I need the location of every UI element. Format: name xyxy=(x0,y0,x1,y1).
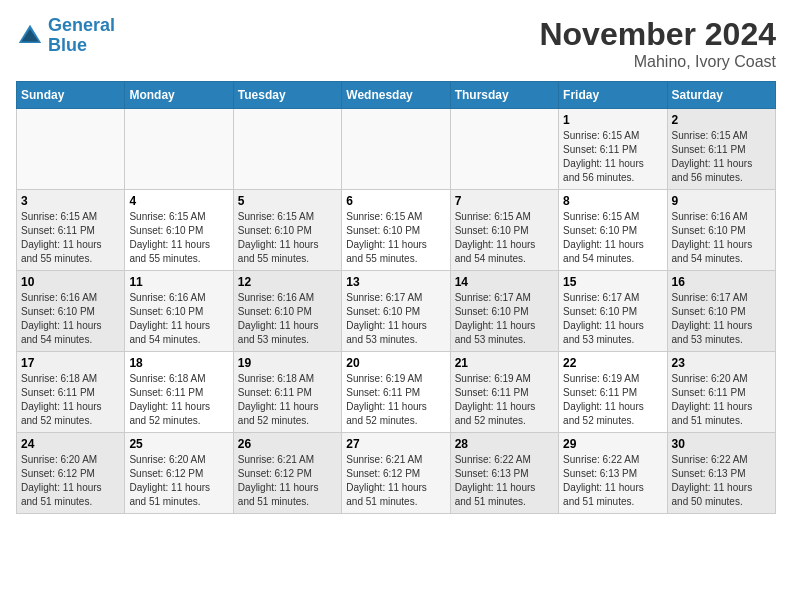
calendar-cell: 22Sunrise: 6:19 AM Sunset: 6:11 PM Dayli… xyxy=(559,352,667,433)
calendar-cell: 30Sunrise: 6:22 AM Sunset: 6:13 PM Dayli… xyxy=(667,433,775,514)
day-number: 17 xyxy=(21,356,120,370)
calendar-header: SundayMondayTuesdayWednesdayThursdayFrid… xyxy=(17,82,776,109)
calendar-cell: 18Sunrise: 6:18 AM Sunset: 6:11 PM Dayli… xyxy=(125,352,233,433)
day-info: Sunrise: 6:19 AM Sunset: 6:11 PM Dayligh… xyxy=(563,372,662,428)
calendar-cell: 29Sunrise: 6:22 AM Sunset: 6:13 PM Dayli… xyxy=(559,433,667,514)
week-row-0: 1Sunrise: 6:15 AM Sunset: 6:11 PM Daylig… xyxy=(17,109,776,190)
day-number: 29 xyxy=(563,437,662,451)
title-block: November 2024 Mahino, Ivory Coast xyxy=(539,16,776,71)
calendar-cell: 27Sunrise: 6:21 AM Sunset: 6:12 PM Dayli… xyxy=(342,433,450,514)
header-monday: Monday xyxy=(125,82,233,109)
header-row: SundayMondayTuesdayWednesdayThursdayFrid… xyxy=(17,82,776,109)
day-number: 10 xyxy=(21,275,120,289)
calendar-cell xyxy=(125,109,233,190)
logo: General Blue xyxy=(16,16,115,56)
day-number: 19 xyxy=(238,356,337,370)
day-info: Sunrise: 6:21 AM Sunset: 6:12 PM Dayligh… xyxy=(346,453,445,509)
calendar-cell: 14Sunrise: 6:17 AM Sunset: 6:10 PM Dayli… xyxy=(450,271,558,352)
day-number: 8 xyxy=(563,194,662,208)
day-number: 9 xyxy=(672,194,771,208)
day-info: Sunrise: 6:15 AM Sunset: 6:10 PM Dayligh… xyxy=(346,210,445,266)
day-info: Sunrise: 6:16 AM Sunset: 6:10 PM Dayligh… xyxy=(238,291,337,347)
day-info: Sunrise: 6:15 AM Sunset: 6:11 PM Dayligh… xyxy=(672,129,771,185)
day-number: 15 xyxy=(563,275,662,289)
day-number: 5 xyxy=(238,194,337,208)
day-number: 6 xyxy=(346,194,445,208)
calendar-cell: 17Sunrise: 6:18 AM Sunset: 6:11 PM Dayli… xyxy=(17,352,125,433)
calendar-cell: 16Sunrise: 6:17 AM Sunset: 6:10 PM Dayli… xyxy=(667,271,775,352)
day-number: 7 xyxy=(455,194,554,208)
day-info: Sunrise: 6:19 AM Sunset: 6:11 PM Dayligh… xyxy=(346,372,445,428)
header-tuesday: Tuesday xyxy=(233,82,341,109)
logo-text: General Blue xyxy=(48,16,115,56)
calendar-cell: 9Sunrise: 6:16 AM Sunset: 6:10 PM Daylig… xyxy=(667,190,775,271)
day-info: Sunrise: 6:17 AM Sunset: 6:10 PM Dayligh… xyxy=(455,291,554,347)
calendar-cell: 2Sunrise: 6:15 AM Sunset: 6:11 PM Daylig… xyxy=(667,109,775,190)
day-info: Sunrise: 6:17 AM Sunset: 6:10 PM Dayligh… xyxy=(672,291,771,347)
header-thursday: Thursday xyxy=(450,82,558,109)
day-number: 13 xyxy=(346,275,445,289)
calendar-cell: 21Sunrise: 6:19 AM Sunset: 6:11 PM Dayli… xyxy=(450,352,558,433)
day-info: Sunrise: 6:15 AM Sunset: 6:10 PM Dayligh… xyxy=(129,210,228,266)
day-info: Sunrise: 6:20 AM Sunset: 6:12 PM Dayligh… xyxy=(129,453,228,509)
calendar-cell: 10Sunrise: 6:16 AM Sunset: 6:10 PM Dayli… xyxy=(17,271,125,352)
day-info: Sunrise: 6:18 AM Sunset: 6:11 PM Dayligh… xyxy=(238,372,337,428)
calendar-cell xyxy=(450,109,558,190)
day-number: 30 xyxy=(672,437,771,451)
calendar-cell: 11Sunrise: 6:16 AM Sunset: 6:10 PM Dayli… xyxy=(125,271,233,352)
day-number: 22 xyxy=(563,356,662,370)
day-info: Sunrise: 6:18 AM Sunset: 6:11 PM Dayligh… xyxy=(21,372,120,428)
day-number: 1 xyxy=(563,113,662,127)
day-info: Sunrise: 6:16 AM Sunset: 6:10 PM Dayligh… xyxy=(21,291,120,347)
calendar-cell: 24Sunrise: 6:20 AM Sunset: 6:12 PM Dayli… xyxy=(17,433,125,514)
day-number: 14 xyxy=(455,275,554,289)
calendar-cell: 7Sunrise: 6:15 AM Sunset: 6:10 PM Daylig… xyxy=(450,190,558,271)
logo-line2: Blue xyxy=(48,35,87,55)
day-info: Sunrise: 6:15 AM Sunset: 6:10 PM Dayligh… xyxy=(563,210,662,266)
calendar-cell: 15Sunrise: 6:17 AM Sunset: 6:10 PM Dayli… xyxy=(559,271,667,352)
day-number: 21 xyxy=(455,356,554,370)
logo-icon xyxy=(16,22,44,50)
day-number: 4 xyxy=(129,194,228,208)
day-number: 24 xyxy=(21,437,120,451)
day-info: Sunrise: 6:15 AM Sunset: 6:10 PM Dayligh… xyxy=(238,210,337,266)
day-number: 26 xyxy=(238,437,337,451)
day-info: Sunrise: 6:17 AM Sunset: 6:10 PM Dayligh… xyxy=(346,291,445,347)
day-info: Sunrise: 6:21 AM Sunset: 6:12 PM Dayligh… xyxy=(238,453,337,509)
day-number: 11 xyxy=(129,275,228,289)
week-row-3: 17Sunrise: 6:18 AM Sunset: 6:11 PM Dayli… xyxy=(17,352,776,433)
calendar-cell: 12Sunrise: 6:16 AM Sunset: 6:10 PM Dayli… xyxy=(233,271,341,352)
day-info: Sunrise: 6:16 AM Sunset: 6:10 PM Dayligh… xyxy=(129,291,228,347)
calendar-cell: 1Sunrise: 6:15 AM Sunset: 6:11 PM Daylig… xyxy=(559,109,667,190)
header-saturday: Saturday xyxy=(667,82,775,109)
day-info: Sunrise: 6:20 AM Sunset: 6:12 PM Dayligh… xyxy=(21,453,120,509)
calendar-cell: 25Sunrise: 6:20 AM Sunset: 6:12 PM Dayli… xyxy=(125,433,233,514)
calendar-cell: 13Sunrise: 6:17 AM Sunset: 6:10 PM Dayli… xyxy=(342,271,450,352)
day-info: Sunrise: 6:15 AM Sunset: 6:11 PM Dayligh… xyxy=(21,210,120,266)
day-number: 28 xyxy=(455,437,554,451)
calendar-cell xyxy=(17,109,125,190)
calendar-cell xyxy=(342,109,450,190)
day-number: 20 xyxy=(346,356,445,370)
day-number: 18 xyxy=(129,356,228,370)
location-subtitle: Mahino, Ivory Coast xyxy=(539,53,776,71)
calendar-cell: 3Sunrise: 6:15 AM Sunset: 6:11 PM Daylig… xyxy=(17,190,125,271)
calendar-cell xyxy=(233,109,341,190)
day-info: Sunrise: 6:22 AM Sunset: 6:13 PM Dayligh… xyxy=(563,453,662,509)
header-sunday: Sunday xyxy=(17,82,125,109)
calendar-cell: 6Sunrise: 6:15 AM Sunset: 6:10 PM Daylig… xyxy=(342,190,450,271)
calendar-cell: 23Sunrise: 6:20 AM Sunset: 6:11 PM Dayli… xyxy=(667,352,775,433)
day-info: Sunrise: 6:16 AM Sunset: 6:10 PM Dayligh… xyxy=(672,210,771,266)
month-title: November 2024 xyxy=(539,16,776,53)
day-number: 16 xyxy=(672,275,771,289)
page-header: General Blue November 2024 Mahino, Ivory… xyxy=(16,16,776,71)
calendar-cell: 8Sunrise: 6:15 AM Sunset: 6:10 PM Daylig… xyxy=(559,190,667,271)
day-number: 12 xyxy=(238,275,337,289)
calendar-cell: 5Sunrise: 6:15 AM Sunset: 6:10 PM Daylig… xyxy=(233,190,341,271)
day-info: Sunrise: 6:20 AM Sunset: 6:11 PM Dayligh… xyxy=(672,372,771,428)
calendar-cell: 28Sunrise: 6:22 AM Sunset: 6:13 PM Dayli… xyxy=(450,433,558,514)
day-info: Sunrise: 6:22 AM Sunset: 6:13 PM Dayligh… xyxy=(455,453,554,509)
day-number: 25 xyxy=(129,437,228,451)
day-number: 2 xyxy=(672,113,771,127)
calendar-body: 1Sunrise: 6:15 AM Sunset: 6:11 PM Daylig… xyxy=(17,109,776,514)
